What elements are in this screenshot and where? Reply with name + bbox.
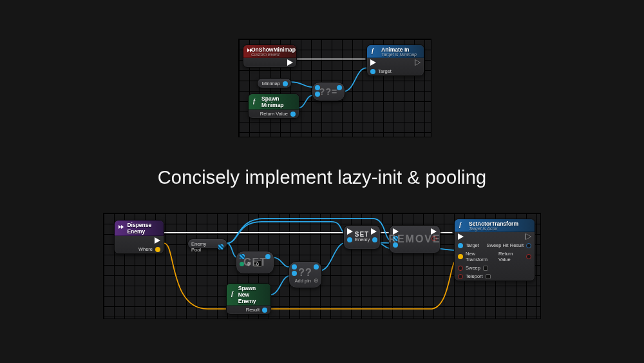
pin-label: Sweep [466, 265, 480, 271]
exec-in-pin[interactable] [347, 228, 353, 235]
exec-out-pin[interactable] [415, 59, 421, 66]
var-name: Enemy Pool [191, 241, 216, 253]
node-animate-in[interactable]: Animate In Target is Minimap Target [366, 44, 424, 76]
node-coalesce-assign[interactable]: ??= [312, 82, 345, 101]
macro-icon [118, 225, 123, 231]
pin-label: Target [466, 242, 479, 248]
index-pin[interactable] [240, 262, 244, 266]
exec-out-pin[interactable] [431, 228, 437, 235]
elem-in-pin[interactable] [393, 242, 398, 248]
data-out-pin[interactable] [283, 81, 288, 86]
node-array-get[interactable]: GET 0 [236, 251, 274, 274]
transform-pin[interactable] [458, 254, 463, 259]
add-pin-icon[interactable]: ⊕ [314, 277, 319, 284]
pin-label: Return Value [498, 251, 524, 262]
data-out-pin[interactable] [265, 254, 270, 259]
node-get-minimap[interactable]: Minimap [257, 78, 292, 88]
headline: Concisely implement lazy-init & pooling [0, 167, 644, 188]
pin-label: Result [246, 307, 260, 313]
node-header: SetActorTransform Target is Actor [455, 219, 535, 232]
node-spawn-new-enemy[interactable]: Spawn New Enemy Result [226, 283, 271, 315]
exec-in-pin[interactable] [370, 59, 376, 66]
data-out-pin[interactable] [262, 308, 267, 313]
exec-out-pin[interactable] [526, 233, 531, 240]
function-icon [231, 291, 234, 298]
node-header: Spawn New Enemy [227, 284, 270, 306]
node-spawn-minimap[interactable]: Spawn Minimap Return Value [248, 93, 299, 119]
node-subtitle: Target is Minimap [381, 52, 417, 57]
node-get-enemy-pool[interactable]: Enemy Pool [187, 239, 227, 249]
teleport-checkbox[interactable] [486, 274, 491, 279]
function-icon [252, 99, 258, 105]
data-out-pin[interactable] [372, 237, 377, 242]
node-header: Spawn Minimap [249, 94, 299, 110]
exec-in-pin[interactable] [458, 233, 464, 240]
pin-label: Target [378, 68, 392, 74]
data-in-pin-a[interactable] [292, 264, 297, 270]
sweep-hit-pin[interactable] [526, 243, 531, 248]
node-set-actor-transform[interactable]: SetActorTransform Target is Actor Target… [454, 219, 535, 281]
target-pin[interactable] [458, 243, 463, 248]
exec-out-pin[interactable] [155, 237, 160, 244]
exec-out-pin[interactable] [287, 59, 293, 66]
array-in-pin[interactable] [240, 254, 245, 259]
data-out-pin[interactable] [337, 85, 342, 90]
slide-canvas: OnShowMinimap Custom Event Minimap Spawn… [0, 0, 644, 363]
pin-label: Sweep Hit Result [486, 242, 524, 248]
node-title: Dispense Enemy [127, 222, 160, 235]
node-dispense-enemy[interactable]: Dispense Enemy Where [114, 220, 164, 254]
data-in-pin-b[interactable] [292, 271, 297, 276]
node-array-remove[interactable]: REMOVE [389, 225, 440, 253]
target-pin[interactable] [370, 69, 375, 74]
node-header: Animate In Target is Minimap [367, 45, 424, 58]
node-title: Spawn New Enemy [238, 285, 267, 304]
pin-label: Teleport [466, 273, 483, 279]
sweep-checkbox[interactable] [483, 266, 488, 271]
pin-label: Return Value [260, 111, 288, 117]
function-icon [459, 222, 465, 229]
blueprint-graph-top[interactable]: OnShowMinimap Custom Event Minimap Spawn… [238, 39, 431, 137]
array-in-pin[interactable] [393, 236, 398, 241]
var-name: Minimap [262, 81, 280, 86]
data-out-pin[interactable] [314, 264, 319, 270]
bool-out-pin[interactable] [431, 236, 437, 241]
node-title: Spawn Minimap [261, 95, 295, 108]
blueprint-graph-bottom[interactable]: Dispense Enemy Where Enemy Pool GET [103, 213, 541, 319]
exec-in-pin[interactable] [393, 228, 399, 235]
return-pin[interactable] [526, 254, 531, 259]
data-in-pin[interactable] [347, 237, 352, 242]
node-onshowminimap[interactable]: OnShowMinimap Custom Event [243, 44, 297, 68]
node-set-enemy[interactable]: SET Enemy [343, 225, 381, 250]
node-subtitle: Target is Actor [469, 226, 518, 231]
data-in-pin-b[interactable] [315, 92, 320, 97]
node-header: OnShowMinimap Custom Event [243, 45, 296, 58]
data-in-pin-a[interactable] [315, 85, 320, 90]
function-icon [371, 48, 377, 55]
data-out-pin[interactable] [290, 112, 296, 117]
where-pin[interactable] [155, 247, 160, 252]
node-coalesce[interactable]: ?? Add pin ⊕ [289, 261, 322, 288]
pin-label: New Transform [466, 251, 496, 262]
pin-label: Where [138, 246, 153, 252]
exec-out-pin[interactable] [371, 228, 377, 235]
var-name: Enemy [355, 237, 370, 242]
sweep-pin[interactable] [458, 266, 463, 271]
node-header: Dispense Enemy [115, 221, 164, 236]
index-input[interactable]: 0 [247, 260, 262, 267]
add-pin-label[interactable]: Add pin [295, 278, 311, 284]
array-out-pin[interactable] [218, 244, 223, 250]
index-value[interactable]: 0 [253, 260, 262, 267]
teleport-pin[interactable] [458, 274, 463, 279]
node-subtitle: Custom Event [251, 52, 296, 57]
